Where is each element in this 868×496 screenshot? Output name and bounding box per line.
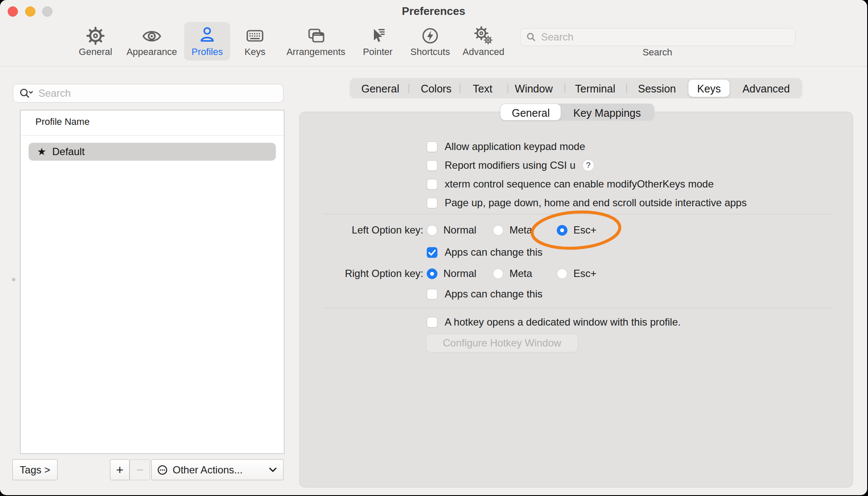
other-actions-label: Other Actions... bbox=[173, 464, 243, 476]
ellipsis-circle-icon bbox=[156, 464, 168, 476]
radio-right-meta[interactable]: Meta bbox=[493, 268, 532, 280]
checkbox-unchecked[interactable] bbox=[427, 141, 437, 152]
tab-window[interactable]: Window bbox=[515, 83, 553, 95]
tags-button[interactable]: Tags > bbox=[12, 459, 58, 480]
window-edge-dot bbox=[12, 278, 15, 281]
checkbox-unchecked[interactable] bbox=[427, 179, 437, 190]
radio-left-normal[interactable]: Normal bbox=[427, 224, 476, 236]
checkbox-row-modifyotherkeys[interactable]: xterm control sequence can enable modify… bbox=[427, 178, 714, 190]
checkbox-row-csi-u[interactable]: Report modifiers using CSI u ? bbox=[427, 159, 594, 171]
search-icon bbox=[526, 32, 537, 43]
left-option-key-label: Left Option key: bbox=[294, 224, 423, 236]
annotation-ellipse bbox=[526, 207, 627, 254]
subtab-key-mappings[interactable]: Key Mappings bbox=[573, 107, 641, 119]
minimize-button[interactable] bbox=[25, 6, 35, 17]
radio-right-esc[interactable]: Esc+ bbox=[557, 268, 596, 280]
tags-button-label: Tags > bbox=[20, 464, 50, 476]
search-scope-icon bbox=[19, 87, 34, 99]
person-icon bbox=[197, 25, 217, 45]
tab-separator bbox=[626, 84, 627, 93]
checkbox-row-right-apps-change[interactable]: Apps can change this bbox=[427, 288, 543, 300]
radio-unselected[interactable] bbox=[493, 225, 503, 236]
radio-label: Meta bbox=[509, 268, 532, 280]
close-button[interactable] bbox=[8, 6, 18, 17]
tab-advanced[interactable]: Advanced bbox=[742, 83, 790, 95]
checkbox-label: Report modifiers using CSI u bbox=[445, 159, 576, 171]
tab-separator bbox=[408, 84, 409, 93]
gear-icon bbox=[85, 26, 106, 46]
toolbar-search-caption: Search bbox=[615, 47, 700, 58]
window-title: Preferences bbox=[348, 5, 519, 18]
star-icon: ★ bbox=[37, 146, 46, 158]
toolbar-item-arrangements[interactable] bbox=[306, 26, 326, 46]
toolbar-search-input[interactable] bbox=[540, 31, 761, 43]
tab-session[interactable]: Session bbox=[638, 83, 676, 95]
tab-text[interactable]: Text bbox=[473, 83, 492, 95]
checkbox-row-keypad[interactable]: Allow application keypad mode bbox=[427, 141, 585, 153]
checkbox-unchecked[interactable] bbox=[427, 198, 437, 208]
checkbox-label: A hotkey opens a dedicated window with t… bbox=[445, 316, 681, 328]
toolbar-label-advanced[interactable]: Advanced bbox=[445, 46, 522, 58]
checkbox-unchecked[interactable] bbox=[427, 317, 437, 328]
configure-hotkey-window-button[interactable]: Configure Hotkey Window bbox=[426, 334, 578, 352]
checkbox-row-hotkey[interactable]: A hotkey opens a dedicated window with t… bbox=[427, 316, 681, 328]
tab-separator bbox=[460, 84, 460, 93]
toolbar-separator bbox=[0, 66, 867, 66]
toolbar-item-shortcuts[interactable] bbox=[420, 26, 440, 46]
toolbar-item-appearance[interactable] bbox=[142, 26, 162, 46]
toolbar-item-keys[interactable] bbox=[245, 26, 265, 46]
profile-list-header: Profile Name bbox=[35, 116, 90, 127]
other-actions-dropdown[interactable]: Other Actions... bbox=[151, 459, 284, 480]
tab-colors[interactable]: Colors bbox=[421, 83, 451, 95]
toolbar-item-pointer[interactable] bbox=[367, 26, 388, 46]
tab-terminal[interactable]: Terminal bbox=[575, 83, 615, 95]
radio-selected[interactable] bbox=[427, 268, 437, 279]
radio-label: Esc+ bbox=[573, 268, 596, 280]
checkbox-unchecked[interactable] bbox=[427, 160, 437, 171]
toolbar-item-general[interactable] bbox=[85, 26, 106, 46]
keyboard-icon bbox=[245, 26, 265, 46]
profile-row-default[interactable]: ★ Default bbox=[29, 143, 276, 161]
chevron-down-icon bbox=[269, 467, 277, 473]
tab-general[interactable]: General bbox=[362, 83, 399, 95]
gears-icon bbox=[473, 26, 494, 46]
add-profile-button[interactable]: + bbox=[110, 459, 130, 480]
toolbar-search-field[interactable] bbox=[520, 28, 796, 46]
eye-icon bbox=[142, 26, 162, 46]
radio-right-normal[interactable]: Normal bbox=[427, 268, 476, 280]
checkbox-label: xterm control sequence can enable modify… bbox=[445, 178, 714, 190]
lightning-icon bbox=[420, 26, 440, 46]
cursor-icon bbox=[367, 26, 388, 46]
checkbox-label: Apps can change this bbox=[445, 288, 543, 300]
radio-unselected[interactable] bbox=[557, 268, 567, 279]
profile-name: Default bbox=[52, 146, 85, 158]
radio-unselected[interactable] bbox=[493, 268, 503, 279]
checkbox-checked[interactable] bbox=[427, 247, 437, 258]
tab-separator bbox=[564, 84, 565, 93]
profile-search-field[interactable] bbox=[13, 84, 284, 103]
radio-unselected[interactable] bbox=[427, 225, 437, 236]
remove-profile-button[interactable]: − bbox=[130, 459, 150, 480]
section-separator bbox=[323, 308, 831, 308]
preferences-window: Preferences General Appearance Profiles bbox=[0, 0, 867, 495]
right-option-key-label: Right Option key: bbox=[294, 268, 423, 280]
zoom-button bbox=[42, 6, 52, 17]
profile-search-input[interactable] bbox=[38, 87, 255, 100]
radio-label: Normal bbox=[443, 224, 476, 236]
profile-list: Profile Name ★ Default bbox=[20, 110, 284, 454]
toolbar-item-advanced[interactable] bbox=[473, 26, 494, 46]
tab-separator bbox=[507, 84, 508, 93]
configure-hotkey-window-label: Configure Hotkey Window bbox=[443, 337, 561, 349]
checkbox-label: Allow application keypad mode bbox=[445, 141, 585, 153]
profile-list-divider bbox=[20, 135, 284, 136]
toolbar-item-profiles[interactable] bbox=[197, 25, 217, 45]
plus-icon: + bbox=[116, 463, 124, 477]
tab-keys[interactable]: Keys bbox=[697, 83, 721, 95]
help-button[interactable]: ? bbox=[582, 159, 594, 171]
checkbox-unchecked[interactable] bbox=[427, 289, 437, 300]
windows-icon bbox=[306, 26, 326, 46]
checkbox-row-left-apps-change[interactable]: Apps can change this bbox=[427, 246, 543, 258]
radio-label: Normal bbox=[443, 268, 476, 280]
minus-icon: − bbox=[136, 463, 144, 477]
subtab-general[interactable]: General bbox=[512, 107, 550, 119]
